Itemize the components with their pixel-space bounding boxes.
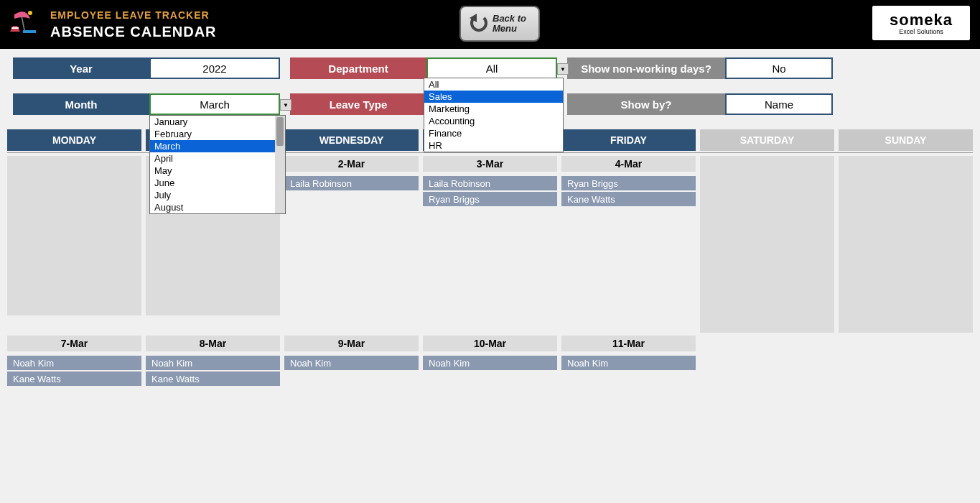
day-cell: 4-MarRyan BriggsKane Watts [561, 156, 696, 333]
month-option[interactable]: February [150, 128, 285, 140]
logo-text: someka [890, 11, 953, 29]
day-cell [839, 156, 973, 333]
department-dropdown-list[interactable]: AllSalesMarketingAccountingFinanceHR [424, 78, 564, 152]
leave-entry[interactable]: Noah Kim [561, 356, 696, 370]
department-option[interactable]: Marketing [424, 103, 563, 115]
leave-entry[interactable]: Noah Kim [7, 356, 141, 370]
nonworking-label: Show non-working days? [567, 57, 725, 79]
month-option[interactable]: May [150, 165, 285, 177]
calendar-grid: MONDAYTUESDAYWEDNESDAYTHURSDAYFRIDAYSATU… [0, 129, 980, 387]
empty-day [7, 156, 141, 315]
showby-value[interactable]: Name [725, 93, 833, 115]
month-scrollbar[interactable] [275, 116, 285, 213]
department-dropdown-arrow[interactable]: ▼ [557, 63, 569, 75]
header-text: EMPLOYEE LEAVE TRACKER ABSENCE CALENDAR [50, 9, 217, 40]
leave-entry[interactable]: Laila Robinson [284, 176, 419, 190]
back-arrow-icon [464, 9, 493, 38]
department-value[interactable]: All ▼ [426, 57, 557, 79]
day-header: MONDAY [7, 129, 141, 151]
department-option[interactable]: Accounting [424, 115, 563, 127]
department-value-text: All [486, 63, 498, 75]
leave-entry[interactable]: Kane Watts [7, 372, 141, 386]
month-option[interactable]: June [150, 177, 285, 189]
leave-entry[interactable]: Noah Kim [146, 356, 280, 370]
svg-rect-3 [11, 27, 19, 29]
leavetype-label: Leave Type [290, 93, 426, 115]
leave-entry[interactable]: Kane Watts [146, 372, 280, 386]
date-label: 10-Mar [423, 336, 557, 351]
page-title: ABSENCE CALENDAR [50, 24, 217, 40]
department-option[interactable]: Sales [424, 91, 563, 103]
day-header: FRIDAY [561, 129, 696, 151]
logo-subtext: Excel Solutions [899, 28, 943, 35]
weekend-day [839, 156, 973, 333]
nonworking-value[interactable]: No [725, 57, 833, 79]
app-icon [0, 3, 43, 46]
showby-label: Show by? [567, 93, 725, 115]
back-button-label: Back toMenu [493, 14, 526, 34]
year-value[interactable]: 2022 [149, 57, 280, 79]
month-option[interactable]: March [150, 140, 285, 152]
day-cell: 7-MarNoah KimKane Watts [7, 336, 141, 387]
month-option[interactable]: April [150, 152, 285, 165]
day-header: SUNDAY [839, 129, 973, 151]
day-cell [700, 336, 834, 387]
department-option[interactable]: Finance [424, 127, 563, 139]
leave-entry[interactable]: Ryan Briggs [561, 176, 696, 190]
day-header: WEDNESDAY [284, 129, 419, 151]
date-label: 7-Mar [7, 336, 141, 351]
month-value[interactable]: March ▼ [149, 93, 280, 115]
month-dropdown-arrow[interactable]: ▼ [280, 99, 291, 111]
month-value-text: March [200, 98, 230, 111]
day-cell [7, 156, 141, 333]
leave-entry[interactable]: Laila Robinson [423, 176, 557, 190]
date-label: 9-Mar [284, 336, 419, 351]
department-label: Department [290, 57, 426, 79]
month-option[interactable]: July [150, 189, 285, 201]
day-cell: 2-MarLaila Robinson [284, 156, 419, 333]
day-cell: 3-MarLaila RobinsonRyan Briggs [423, 156, 557, 333]
leave-entry[interactable]: Noah Kim [284, 356, 419, 370]
day-cell: 11-MarNoah Kim [561, 336, 696, 387]
day-cell [839, 336, 973, 387]
day-cell: 8-MarNoah KimKane Watts [146, 336, 280, 387]
svg-rect-0 [23, 30, 36, 33]
app-title: EMPLOYEE LEAVE TRACKER [50, 9, 217, 21]
month-option[interactable]: January [150, 116, 285, 128]
department-option[interactable]: All [424, 78, 563, 91]
day-header: SATURDAY [700, 129, 834, 151]
weekend-day [700, 156, 834, 333]
header-bar: EMPLOYEE LEAVE TRACKER ABSENCE CALENDAR … [0, 0, 980, 49]
date-label: 8-Mar [146, 336, 280, 351]
month-dropdown-list[interactable]: JanuaryFebruaryMarchAprilMayJuneJulyAugu… [149, 115, 286, 214]
date-label: 3-Mar [423, 156, 557, 172]
department-option[interactable]: HR [424, 139, 563, 152]
logo: someka Excel Solutions [871, 4, 971, 42]
year-label: Year [13, 57, 149, 79]
date-label: 4-Mar [561, 156, 696, 172]
day-cell [700, 156, 834, 333]
date-label: 2-Mar [284, 156, 419, 172]
svg-point-1 [28, 11, 32, 15]
month-option[interactable]: August [150, 201, 285, 213]
leave-entry[interactable]: Noah Kim [423, 356, 557, 370]
month-label: Month [13, 93, 149, 115]
week-2: 7-MarNoah KimKane Watts8-MarNoah KimKane… [7, 336, 973, 387]
leave-entry[interactable]: Kane Watts [561, 192, 696, 206]
svg-line-2 [22, 16, 24, 30]
date-label: 11-Mar [561, 336, 696, 351]
day-cell: 10-MarNoah Kim [423, 336, 557, 387]
day-cell: 9-MarNoah Kim [284, 336, 419, 387]
leave-entry[interactable]: Ryan Briggs [423, 192, 557, 206]
back-to-menu-button[interactable]: Back toMenu [459, 6, 540, 42]
